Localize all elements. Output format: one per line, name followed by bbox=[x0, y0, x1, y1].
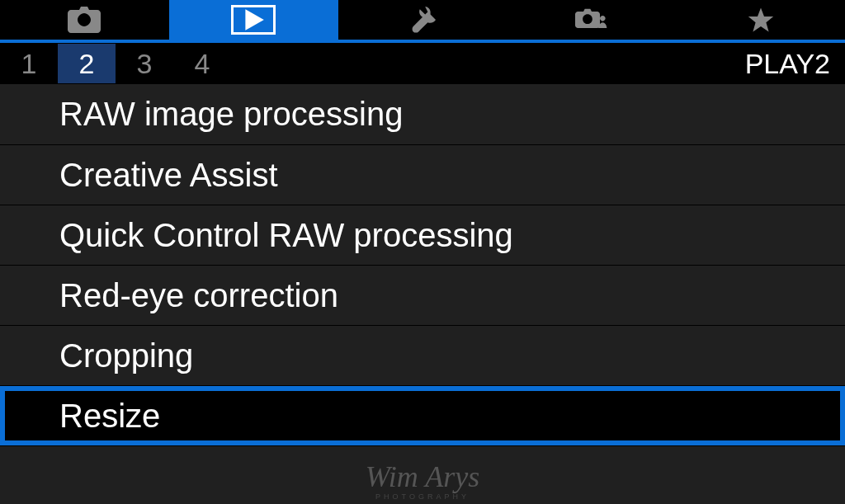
wrench-icon bbox=[406, 7, 439, 33]
bottom-area: Wim Arys PHOTOGRAPHY bbox=[0, 445, 845, 504]
tab-setup[interactable] bbox=[338, 0, 507, 40]
tab-mymenu[interactable] bbox=[676, 0, 845, 40]
play-icon bbox=[231, 5, 276, 35]
menu-item-resize[interactable]: Resize bbox=[0, 385, 845, 445]
tab-custom[interactable] bbox=[507, 0, 676, 40]
menu-item-raw-processing[interactable]: RAW image processing bbox=[0, 84, 845, 144]
watermark: Wim Arys PHOTOGRAPHY bbox=[366, 462, 479, 501]
tab-shooting[interactable] bbox=[0, 0, 169, 40]
watermark-name: Wim Arys bbox=[366, 462, 479, 492]
menu-item-cropping[interactable]: Cropping bbox=[0, 325, 845, 385]
menu-item-creative-assist[interactable]: Creative Assist bbox=[0, 144, 845, 205]
camera-icon bbox=[68, 7, 101, 33]
page-tab-1[interactable]: 1 bbox=[0, 44, 58, 83]
page-tab-bar: 1 2 3 4 PLAY2 bbox=[0, 43, 845, 84]
page-tab-3[interactable]: 3 bbox=[116, 44, 173, 83]
camera-person-icon bbox=[575, 7, 608, 33]
tab-playback[interactable] bbox=[169, 0, 338, 40]
page-tab-4[interactable]: 4 bbox=[173, 44, 231, 83]
menu-item-quick-control-raw[interactable]: Quick Control RAW processing bbox=[0, 205, 845, 265]
star-icon bbox=[744, 7, 777, 33]
menu-list: RAW image processing Creative Assist Qui… bbox=[0, 84, 845, 445]
menu-item-red-eye[interactable]: Red-eye correction bbox=[0, 265, 845, 325]
top-tab-bar bbox=[0, 0, 845, 40]
page-tab-2[interactable]: 2 bbox=[58, 44, 116, 83]
watermark-subtitle: PHOTOGRAPHY bbox=[366, 493, 479, 501]
page-label: PLAY2 bbox=[745, 48, 837, 80]
